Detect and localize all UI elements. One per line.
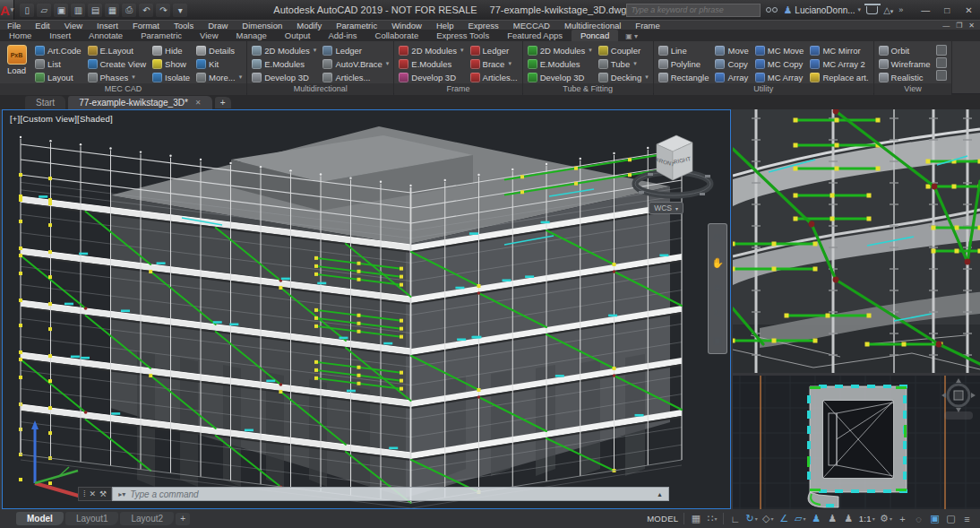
top-right-viewport[interactable]: [733, 109, 980, 373]
develop-3d-button[interactable]: Develop 3D: [252, 71, 316, 83]
toolbar-overflow-icon[interactable]: »: [898, 5, 903, 14]
menu-format[interactable]: Format: [125, 21, 167, 30]
file-tab[interactable]: Start: [25, 96, 65, 109]
main-viewport[interactable]: [+][Custom View][Shaded] FRONTRIGHT WCS▾…: [2, 109, 731, 509]
e-modules-button[interactable]: E.Modules: [528, 57, 592, 70]
replace-art--button[interactable]: Replace art.: [810, 71, 868, 83]
polyline-button[interactable]: Polyline: [658, 57, 709, 70]
viewport-controls-label[interactable]: [+][Custom View][Shaded]: [10, 114, 113, 124]
details-button[interactable]: Details: [196, 44, 242, 56]
mc-mirror-button[interactable]: MC Mirror: [810, 44, 868, 56]
panel-caption[interactable]: MEC CAD: [0, 83, 246, 95]
realistic-button[interactable]: Realistic: [879, 71, 931, 83]
load-button[interactable]: PxBLoad: [4, 44, 29, 75]
2d-modules-button[interactable]: 2D Modules▾: [399, 44, 463, 56]
pan-icon[interactable]: ✋: [711, 257, 724, 269]
ribbon-tab-output[interactable]: Output: [276, 30, 320, 41]
ribbon-tab-parametric[interactable]: Parametric: [132, 30, 191, 41]
copy-button[interactable]: Copy: [715, 57, 748, 70]
stay-connected-icon[interactable]: △▾: [883, 5, 893, 15]
annotation-autoscale-icon[interactable]: ♟: [825, 511, 840, 526]
e-layout-button[interactable]: E.Layout: [88, 44, 147, 56]
qat-save-as-icon[interactable]: ▥: [71, 4, 85, 17]
wireframe-cube-icon[interactable]: [936, 57, 947, 68]
ortho-icon[interactable]: ∟: [727, 511, 743, 526]
qat-print-icon[interactable]: ⎙: [122, 4, 136, 17]
autov-brace-button[interactable]: AutoV.Brace▾: [322, 57, 389, 70]
clean-screen-icon[interactable]: ▢: [943, 511, 959, 526]
menu-tools[interactable]: Tools: [167, 21, 201, 30]
customization-gear-icon[interactable]: ⚙▾: [878, 511, 894, 526]
qat-save-icon[interactable]: ▣: [54, 4, 68, 17]
ribbon-tab-manage[interactable]: Manage: [228, 30, 276, 41]
menu-multidirectional[interactable]: Multidirectional: [557, 21, 628, 30]
qat-customize-icon[interactable]: ▾: [173, 4, 187, 17]
menu-window[interactable]: Window: [384, 21, 429, 30]
recent-commands-icon[interactable]: ▸▾: [118, 490, 125, 498]
qat-redo-icon[interactable]: ↷: [156, 4, 170, 17]
orbit-button[interactable]: Orbit: [879, 44, 931, 56]
doc-close-button[interactable]: ✕: [968, 22, 975, 30]
panel-caption[interactable]: Utility: [654, 83, 873, 95]
qat-undo-icon[interactable]: ↶: [139, 4, 153, 17]
menu-edit[interactable]: Edit: [28, 21, 56, 30]
showmotion-icon[interactable]: ▣: [713, 334, 722, 346]
mc-array-button[interactable]: MC Array: [755, 71, 804, 83]
bottom-right-viewport[interactable]: [733, 376, 980, 509]
command-line-grip[interactable]: ⁞ ✕ ⚒: [78, 487, 112, 501]
search-input[interactable]: [626, 4, 761, 17]
snap-mode-icon[interactable]: ∷▾: [704, 511, 719, 526]
2d-modules-button[interactable]: 2D Modules▾: [252, 44, 316, 56]
command-input[interactable]: ▸▾ Type a command ▲: [112, 487, 669, 501]
main-viewport-canvas[interactable]: [3, 110, 730, 508]
signin-user[interactable]: ♟LucianoDonn...▾: [783, 4, 861, 16]
polar-tracking-icon[interactable]: ↻▾: [744, 511, 759, 526]
panel-caption[interactable]: Multidirectional: [247, 83, 393, 95]
show-button[interactable]: Show: [152, 57, 190, 70]
grid-icon[interactable]: ▦: [688, 511, 703, 526]
tube-button[interactable]: Tube▾: [598, 57, 649, 70]
mc-move-button[interactable]: MC Move: [755, 44, 804, 56]
ribbon-tab-home[interactable]: Home: [0, 30, 40, 41]
line-button[interactable]: Line: [658, 44, 709, 56]
menu-view[interactable]: View: [57, 21, 90, 30]
ribbon-tab-insert[interactable]: Insert: [40, 30, 80, 41]
annotation-scale-list-icon[interactable]: ♟: [841, 511, 856, 526]
e-modules-button[interactable]: E.Modules: [399, 57, 463, 70]
close-button[interactable]: ✕: [959, 3, 978, 17]
mc-copy-button[interactable]: MC Copy: [755, 57, 804, 70]
new-layout-button[interactable]: +: [176, 513, 190, 525]
realistic-cube-icon[interactable]: [936, 70, 947, 81]
navigation-bar[interactable]: ◎ ✋ ⊕ ↻ ▣: [708, 223, 727, 354]
articles--button[interactable]: Articles...: [322, 71, 389, 83]
new-drawing-button[interactable]: +: [215, 97, 231, 108]
panel-caption[interactable]: View: [874, 83, 952, 95]
more--button[interactable]: More...▾: [196, 71, 242, 83]
minimize-button[interactable]: —: [916, 3, 935, 17]
kit-button[interactable]: Kit: [196, 57, 242, 70]
layout-button[interactable]: Layout: [35, 71, 82, 83]
ribbon-tab-featured-apps[interactable]: Featured Apps: [498, 30, 572, 41]
close-icon[interactable]: ✕: [90, 489, 97, 498]
restore-button[interactable]: □: [937, 3, 957, 17]
rectangle-button[interactable]: Rectangle: [658, 71, 709, 83]
move-button[interactable]: Move: [715, 44, 748, 56]
model-space-button[interactable]: MODEL: [645, 511, 680, 526]
ribbon-tab-annotate[interactable]: Annotate: [80, 30, 132, 41]
menu-draw[interactable]: Draw: [201, 21, 235, 30]
list-button[interactable]: List: [35, 57, 82, 70]
array-button[interactable]: Array: [715, 71, 748, 83]
isolate-button[interactable]: Isolate: [152, 71, 190, 83]
annotation-monitor-icon[interactable]: +: [895, 511, 910, 526]
coupler-button[interactable]: Coupler: [598, 44, 649, 56]
layout-tab-model[interactable]: Model: [16, 512, 64, 525]
qat-new-icon[interactable]: ▯: [20, 4, 34, 17]
close-icon[interactable]: ✕: [195, 99, 202, 107]
ribbon-tab-add-ins[interactable]: Add-ins: [319, 30, 365, 41]
menu-parametric[interactable]: Parametric: [329, 21, 384, 30]
menu-insert[interactable]: Insert: [90, 21, 125, 30]
ribbon-tab-express-tools[interactable]: Express Tools: [427, 30, 498, 41]
ribbon-tab-view[interactable]: View: [191, 30, 227, 41]
customize-menu-icon[interactable]: ≡: [959, 511, 975, 526]
qat-publish-icon[interactable]: ▦: [105, 4, 119, 17]
